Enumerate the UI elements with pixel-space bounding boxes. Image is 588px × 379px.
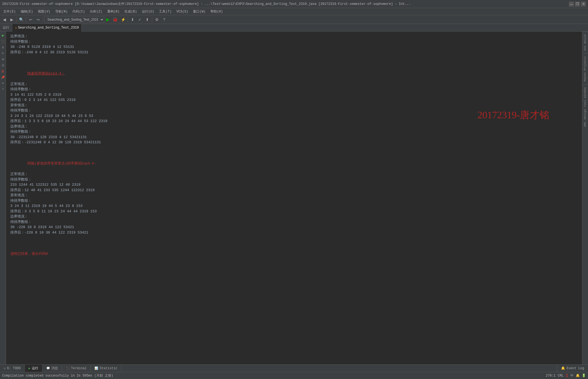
coverage-button[interactable]: ⚡	[120, 16, 126, 23]
menu-run[interactable]: 运行(U)	[140, 9, 157, 14]
tab-statistic-label: Statistic	[100, 366, 117, 370]
output-line-arr2: 3 24 3 1 24 122 2319 19 44 5 44 23 8 53	[10, 113, 578, 119]
output-line-arr6: 30 -228 10 8 2319 44 122 53421	[10, 225, 578, 230]
forward-button[interactable]: ▶	[8, 16, 15, 23]
output-line-arr3: 30 -2231248 0 128 2319 4 12 53421131	[10, 135, 578, 140]
statistic-icon: 📊	[94, 366, 98, 370]
vcs-push-button[interactable]: ⬆	[144, 16, 151, 23]
status-bar: Compilation completed successfully in 2s…	[0, 372, 588, 379]
bottom-tab-bar: ☑ 6: TODO ▶ 运行 💬 消息 ⬛ Terminal 📊 Statist…	[0, 364, 588, 372]
toolbar-separator-1	[16, 17, 17, 22]
window-title: 20172319-First-semester-of-sophomore [D:…	[2, 2, 567, 6]
right-vertical-tabs: Ant Build Maven Projects UML design tool…	[582, 32, 588, 364]
rerun-sidebar-btn[interactable]: ↻	[0, 51, 6, 56]
menu-bar: 文件(E) 编辑(E) 视图(V) 导航(N) 代码(C) 分析(Z) 重构(B…	[0, 8, 588, 15]
terminal-icon: ⬛	[66, 366, 70, 370]
menu-vcs[interactable]: VCS(S)	[174, 9, 190, 14]
vcs-update-button[interactable]: ⬇	[129, 16, 136, 23]
encoding-indicator: CRL	[558, 374, 564, 378]
pause-sidebar-btn[interactable]: ⏸	[0, 45, 6, 50]
menu-window[interactable]: 窗口(W)	[191, 9, 208, 14]
restore-button[interactable]: ❐	[575, 2, 580, 7]
output-line-4: 排序后：-248 0 4 12 30 2319 5128 53131	[10, 50, 578, 55]
toolbar: ◀ ▶ 🔍 ↩ ↪ Searching_and_Sorting_Test_231…	[0, 15, 588, 24]
menu-code[interactable]: 代码(C)	[70, 9, 87, 14]
settings-button[interactable]: ⚙	[154, 16, 160, 23]
tab-run-label[interactable]: 运行	[0, 24, 12, 32]
tab-file[interactable]: ☕ Searching_and_Sorting_Test_2319	[12, 24, 82, 32]
debug-button[interactable]: 🐞	[111, 17, 119, 22]
output-line-sorted6: 排序后：-228 8 10 30 44 122 2319 53421	[10, 230, 578, 235]
menu-refactor[interactable]: 重构(B)	[105, 9, 122, 14]
pin-sidebar-btn[interactable]: 📌	[0, 74, 6, 80]
output-line-normal2: 正常情况：	[10, 172, 578, 177]
run-sidebar-btn[interactable]: ▶	[0, 33, 6, 38]
todo-icon: ☑	[4, 366, 6, 370]
cursor-position: 270:1	[546, 374, 556, 378]
output-line-3: 30 -248 0 5128 2319 4 12 53131	[10, 44, 578, 50]
trash-sidebar-btn[interactable]: 🗑	[0, 69, 6, 74]
back-button[interactable]: ◀	[1, 16, 8, 23]
close-button[interactable]: ✕	[581, 2, 586, 7]
output-line-abnormal2: 异常情况：	[10, 193, 578, 198]
output-line-arr4-label: 待排序数组：	[10, 177, 578, 182]
menu-generate[interactable]: 生成(B)	[122, 9, 139, 14]
bubble-sort-label: 间隔(冒泡排序变异算法)排序测试Exp3-4：	[27, 161, 97, 166]
stop-sidebar-btn[interactable]: ⬛	[0, 39, 6, 44]
output-line-arr4: 233 1244 41 122312 535 12 40 2319	[10, 182, 578, 188]
ime-indicator: 中	[570, 373, 574, 378]
menu-file[interactable]: 文件(E)	[1, 9, 18, 14]
output-line-boundary2: 边界情况：	[10, 214, 578, 219]
vcs-commit-button[interactable]: ✓	[137, 16, 143, 23]
tab-statistic[interactable]: 📊 Statistic	[91, 365, 121, 372]
tab-run-text: 运行	[3, 25, 9, 30]
maven-projects-tab[interactable]: Maven Projects	[582, 53, 588, 84]
settings-sidebar-btn[interactable]: ⚙	[0, 57, 6, 62]
minimize-button[interactable]: —	[569, 2, 574, 7]
output-line-arr1-label: 待排序数组：	[10, 87, 578, 92]
tab-todo-label: 6: TODO	[7, 366, 21, 370]
output-line-sorted1: 排序后：0 2 3 14 41 122 535 2319	[10, 97, 578, 103]
menu-view[interactable]: 视图(V)	[36, 9, 53, 14]
event-log-icon: 🔔	[561, 366, 565, 370]
output-line-arr3-label: 待排序数组：	[10, 129, 578, 135]
tab-terminal[interactable]: ⬛ Terminal	[62, 365, 91, 372]
toolbar-separator-4	[128, 17, 128, 22]
menu-edit[interactable]: 编辑(E)	[19, 9, 35, 14]
output-line-normal1: 正常情况：	[10, 82, 578, 87]
toolbar-separator-5	[152, 17, 152, 22]
event-log-button[interactable]: 🔔 Event Log	[557, 365, 588, 372]
tab-messages[interactable]: 💬 消息	[42, 365, 62, 372]
output-line-sorted4: 排序后：12 40 41 233 535 1244 122312 2319	[10, 188, 578, 193]
menu-help[interactable]: 帮助(H)	[208, 9, 225, 14]
redo-button[interactable]: ↪	[35, 16, 41, 23]
status-message: Compilation completed successfully in 2s…	[2, 373, 113, 378]
tab-file-label: Searching_and_Sorting_Test_2319	[18, 26, 79, 30]
messages-icon: 💬	[46, 366, 50, 370]
tab-todo[interactable]: ☑ 6: TODO	[0, 365, 25, 372]
menu-tools[interactable]: 工具(T)	[157, 9, 174, 14]
search-button[interactable]: 🔍	[18, 16, 24, 23]
output-line-abnormal1: 异常情况：	[10, 103, 578, 108]
title-bar: 20172319-First-semester-of-sophomore [D:…	[0, 0, 588, 8]
help-sidebar-btn[interactable]: ?	[0, 86, 6, 92]
output-line-arr5-label: 待排序数组：	[10, 198, 578, 204]
left-sidebar: ▶ ⬛ ⏸ ↻ ⚙ ☰ 🗑 📌 ✕ ?	[0, 32, 6, 364]
output-exit-line: 进程已结束，退出代码0	[10, 251, 578, 257]
run-button[interactable]: ▶	[105, 17, 111, 22]
uml-tool-tab[interactable]: UML design tool window	[582, 84, 588, 129]
close-sidebar-btn[interactable]: ✕	[0, 80, 6, 86]
output-area[interactable]: 20172319-唐才铭 边界情况： 待排序数组： 30 -248 0 5128…	[6, 32, 582, 364]
window-controls: — ❐ ✕	[569, 2, 586, 7]
menu-analyze[interactable]: 分析(Z)	[88, 9, 105, 14]
list-sidebar-btn[interactable]: ☰	[0, 63, 6, 68]
help-button[interactable]: ?	[161, 16, 167, 23]
ant-build-tab[interactable]: Ant Build	[582, 32, 588, 53]
quick-sort-label: 快速排序测试Exp3-4：	[27, 72, 65, 76]
tab-run[interactable]: ▶ 运行	[25, 365, 42, 372]
output-bubble-sort-title: 间隔(冒泡排序变异算法)排序测试Exp3-4：	[10, 156, 578, 172]
event-log-label: Event Log	[566, 366, 584, 370]
undo-button[interactable]: ↩	[27, 16, 34, 23]
run-config-dropdown[interactable]: Searching_and_Sorting_Test_2319	[44, 16, 104, 23]
menu-navigate[interactable]: 导航(N)	[53, 9, 70, 14]
